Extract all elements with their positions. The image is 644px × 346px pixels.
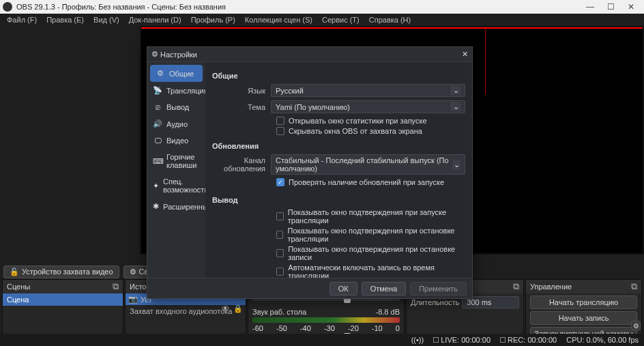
app-icon bbox=[3, 2, 12, 12]
lock-icon: 🔓 bbox=[10, 268, 19, 276]
camera-icon: 📷 bbox=[128, 295, 138, 304]
scenes-title: Сцены bbox=[7, 283, 30, 291]
menu-edit[interactable]: Правка (E) bbox=[42, 16, 88, 24]
ok-button[interactable]: ОК bbox=[330, 282, 357, 295]
antenna-icon: 📡 bbox=[153, 86, 162, 95]
language-label: Язык bbox=[212, 87, 271, 95]
lock-icon[interactable]: 🔒 bbox=[233, 304, 243, 313]
dialog-title: Настройки bbox=[160, 51, 197, 59]
menu-tools[interactable]: Сервис (T) bbox=[318, 16, 364, 24]
chevron-down-icon: ⌄ bbox=[451, 86, 460, 95]
tab-audio[interactable]: 🔊Аудио bbox=[147, 115, 205, 132]
popout-icon[interactable]: ⧉ bbox=[631, 281, 637, 292]
gear-icon: ⚙ bbox=[156, 69, 165, 78]
settings-sidebar: ⚙Общие 📡Трансляция ⎚Вывод 🔊Аудио 🖵Видео … bbox=[147, 62, 205, 278]
cpu-status: CPU: 0.0%, 60.00 fps bbox=[566, 336, 639, 344]
rec-status: REC: 00:00:00 bbox=[508, 336, 557, 344]
wrench-icon: ✱ bbox=[153, 202, 159, 211]
update-channel-select[interactable]: Стабильный - Последний стабильный выпуск… bbox=[271, 154, 465, 175]
chevron-down-icon: ⌄ bbox=[453, 160, 460, 169]
tab-general[interactable]: ⚙Общие bbox=[150, 65, 203, 82]
popout-icon[interactable]: ⧉ bbox=[513, 281, 519, 292]
dialog-close-button[interactable]: ✕ bbox=[462, 50, 468, 59]
checkbox-confirm-start-stream[interactable]: Показывать окно подтверждения при запуск… bbox=[276, 208, 465, 225]
nosel-button[interactable]: 🔓Устройство захвата видео bbox=[3, 265, 119, 278]
menu-scenes[interactable]: Коллекция сцен (S) bbox=[241, 16, 317, 24]
chevron-down-icon: ⌄ bbox=[451, 102, 460, 111]
section-updates: Обновления bbox=[212, 142, 465, 150]
status-bar: ((•)) LIVE: 00:00:00 REC: 00:00:00 CPU: … bbox=[0, 334, 644, 346]
menu-help[interactable]: Справка (H) bbox=[365, 16, 415, 24]
vcam-settings-button[interactable]: ⚙ bbox=[631, 321, 641, 330]
theme-select[interactable]: Yami (По умолчанию)⌄ bbox=[271, 100, 465, 113]
live-status: LIVE: 00:00:00 bbox=[441, 336, 491, 344]
checkbox-stats[interactable]: Открывать окно статистики при запуске bbox=[276, 117, 465, 125]
checkbox-confirm-stop-record[interactable]: Показывать окно подтверждения при остано… bbox=[276, 245, 465, 261]
section-general: Общие bbox=[212, 72, 465, 80]
checkbox-check-updates[interactable]: ✓Проверять наличие обновлений при запуск… bbox=[276, 178, 465, 186]
settings-content[interactable]: Общие ЯзыкРусский⌄ ТемаYami (По умолчани… bbox=[205, 62, 472, 278]
tab-output[interactable]: ⎚Вывод bbox=[147, 99, 205, 115]
gear-icon: ⚙ bbox=[151, 50, 158, 59]
menu-view[interactable]: Вид (V) bbox=[89, 16, 123, 24]
tab-hotkeys[interactable]: ⌨Горячие клавиши bbox=[147, 149, 205, 173]
tab-advanced[interactable]: ✱Расширенные bbox=[147, 198, 205, 215]
duration-label: Длительность bbox=[411, 298, 459, 306]
visibility-icon[interactable]: 👁 bbox=[222, 304, 229, 313]
start-record-button[interactable]: Начать запись bbox=[530, 311, 637, 325]
section-output: Вывод bbox=[212, 196, 465, 204]
language-select[interactable]: Русский⌄ bbox=[271, 84, 465, 97]
window-titlebar: OBS 29.1.3 - Профиль: Без названия - Сце… bbox=[0, 0, 644, 14]
menu-docks[interactable]: Док-панели (D) bbox=[125, 16, 186, 24]
close-button[interactable]: ✕ bbox=[621, 2, 641, 12]
menu-profile[interactable]: Профиль (P) bbox=[187, 16, 239, 24]
rec-indicator-icon bbox=[500, 337, 506, 343]
popout-icon[interactable]: ⧉ bbox=[113, 281, 119, 292]
live-indicator-icon bbox=[433, 337, 439, 343]
checkbox-auto-record[interactable]: Автоматически включать запись во время т… bbox=[276, 263, 465, 278]
menubar: Файл (F) Правка (E) Вид (V) Док-панели (… bbox=[0, 14, 644, 26]
gear-icon: ⚙ bbox=[130, 268, 136, 276]
scene-item[interactable]: Сцена bbox=[3, 293, 123, 306]
apply-button[interactable]: Применить bbox=[410, 282, 467, 295]
tab-video[interactable]: 🖵Видео bbox=[147, 132, 205, 149]
controls-title: Управление bbox=[530, 283, 572, 291]
update-channel-label: Канал обновления bbox=[212, 156, 271, 173]
tab-stream[interactable]: 📡Трансляция bbox=[147, 82, 205, 99]
minimize-button[interactable]: — bbox=[580, 2, 600, 12]
menu-file[interactable]: Файл (F) bbox=[3, 16, 41, 24]
settings-dialog: ⚙ Настройки ✕ ⚙Общие 📡Трансляция ⎚Вывод … bbox=[147, 46, 473, 299]
keyboard-icon: ⌨ bbox=[153, 157, 162, 166]
window-title: OBS 29.1.3 - Профиль: Без названия - Сце… bbox=[16, 3, 226, 11]
accessibility-icon: ✦ bbox=[153, 182, 159, 190]
cancel-button[interactable]: Отмена bbox=[362, 282, 406, 295]
monitor-icon: 🖵 bbox=[153, 136, 162, 145]
theme-label: Тема bbox=[212, 103, 271, 111]
start-stream-button[interactable]: Начать трансляцию bbox=[530, 295, 637, 309]
checkbox-hide[interactable]: Скрывать окна OBS от захвата экрана bbox=[276, 127, 465, 135]
network-icon: ((•)) bbox=[411, 336, 424, 344]
output-icon: ⎚ bbox=[153, 103, 162, 111]
checkbox-confirm-stop-stream[interactable]: Показывать окно подтверждения при остано… bbox=[276, 227, 465, 243]
speaker-icon: 🔊 bbox=[153, 119, 162, 128]
tab-accessibility[interactable]: ✦Спец. возможности bbox=[147, 173, 205, 198]
maximize-button[interactable]: ☐ bbox=[600, 2, 621, 12]
